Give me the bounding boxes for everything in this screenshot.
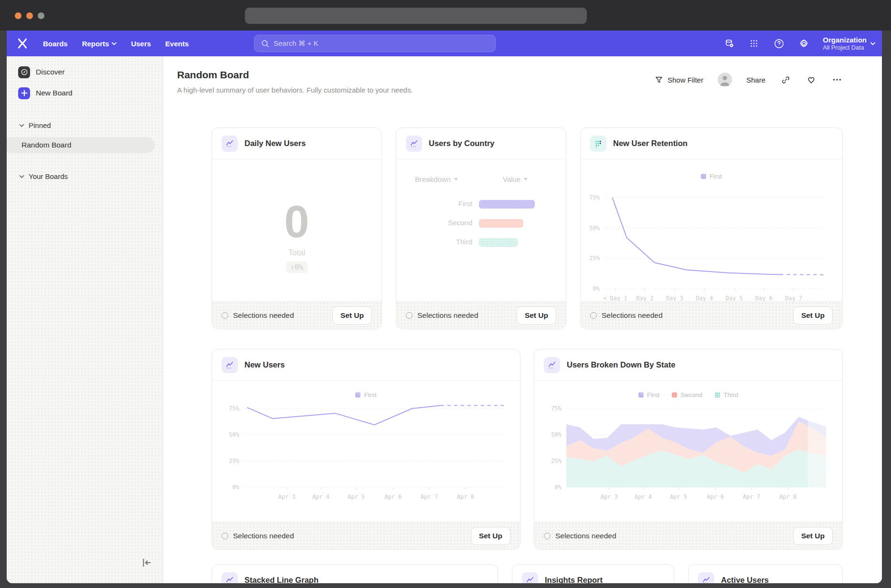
card-footer: Selections needed Set Up bbox=[212, 301, 382, 329]
top-nav: Boards Reports Users Events Search ⌘ + K bbox=[7, 31, 882, 56]
legend-swatch bbox=[715, 392, 720, 398]
svg-text:Apr 5: Apr 5 bbox=[348, 494, 365, 500]
svg-text:Apr 5: Apr 5 bbox=[670, 494, 687, 500]
global-search-input[interactable]: Search ⌘ + K bbox=[254, 35, 496, 52]
help-icon[interactable] bbox=[773, 38, 785, 49]
legend-label: First bbox=[710, 173, 722, 180]
bar-row: First bbox=[396, 200, 566, 209]
card-title: Users Broken Down By State bbox=[567, 360, 675, 369]
traffic-lights bbox=[15, 12, 44, 19]
status-text: Selections needed bbox=[233, 311, 294, 320]
nav-item-label: Events bbox=[165, 40, 189, 48]
card-footer: Selections needed Set Up bbox=[396, 301, 566, 329]
sidebar-section-pinned[interactable]: Pinned bbox=[7, 121, 163, 129]
avatar[interactable] bbox=[718, 73, 732, 87]
legend-swatch bbox=[672, 392, 677, 398]
nav-item-label: Reports bbox=[82, 40, 109, 48]
data-management-icon[interactable] bbox=[723, 38, 735, 49]
status-circle-icon bbox=[590, 312, 597, 319]
set-up-button[interactable]: Set Up bbox=[793, 527, 833, 545]
svg-text:0%: 0% bbox=[233, 484, 240, 491]
nav-item-events[interactable]: Events bbox=[165, 40, 189, 48]
mixpanel-logo-icon[interactable] bbox=[16, 37, 29, 50]
show-filter-button[interactable]: Show Filter bbox=[655, 75, 703, 84]
settings-gear-icon[interactable] bbox=[798, 38, 809, 49]
line-chart-icon bbox=[698, 572, 714, 584]
metric-change-badge: ↑0% bbox=[286, 262, 308, 273]
svg-text:75%: 75% bbox=[589, 194, 600, 201]
apps-grid-icon[interactable] bbox=[748, 38, 760, 49]
legend-item: Second bbox=[672, 391, 702, 399]
section-label: Pinned bbox=[29, 121, 51, 129]
nav-item-boards[interactable]: Boards bbox=[43, 40, 68, 48]
status-text: Selections needed bbox=[417, 311, 478, 320]
bar-row: Second bbox=[396, 219, 566, 228]
favorite-heart-icon[interactable] bbox=[806, 74, 817, 85]
chevron-down-icon bbox=[524, 178, 528, 180]
card-footer: Selections needed Set Up bbox=[534, 522, 842, 549]
org-switcher[interactable]: Organization All Project Data bbox=[823, 36, 875, 52]
close-window-button[interactable] bbox=[15, 12, 21, 19]
zoom-window-button[interactable] bbox=[38, 12, 44, 19]
sidebar-item-random-board[interactable]: Random Board bbox=[7, 137, 155, 153]
status-circle-icon bbox=[222, 533, 228, 539]
sidebar-collapse-button[interactable] bbox=[140, 556, 152, 569]
svg-text:Apr 4: Apr 4 bbox=[635, 494, 652, 500]
page-title: Random Board bbox=[177, 69, 249, 81]
sidebar: Discover New Board Pinned Random Board Y… bbox=[7, 56, 163, 583]
chevron-down-icon bbox=[19, 175, 24, 178]
bar-label: Second bbox=[448, 219, 472, 227]
line-chart-icon bbox=[522, 572, 538, 584]
copy-link-icon[interactable] bbox=[780, 74, 791, 85]
nav-item-users[interactable]: Users bbox=[131, 40, 151, 48]
sidebar-item-discover[interactable]: Discover bbox=[7, 65, 163, 79]
svg-text:75%: 75% bbox=[229, 405, 239, 412]
legend-item: First bbox=[701, 173, 722, 180]
svg-text:75%: 75% bbox=[551, 405, 562, 412]
svg-text:Apr 8: Apr 8 bbox=[779, 494, 796, 500]
legend-swatch bbox=[701, 174, 706, 179]
sidebar-section-your-boards[interactable]: Your Boards bbox=[7, 172, 163, 180]
address-bar[interactable] bbox=[245, 8, 587, 24]
legend-label: First bbox=[364, 391, 376, 399]
line-chart-icon bbox=[222, 357, 238, 373]
chevron-down-icon bbox=[112, 42, 117, 45]
svg-text:50%: 50% bbox=[589, 225, 600, 231]
chevron-down-icon bbox=[19, 124, 24, 127]
legend-label: First bbox=[647, 391, 659, 399]
browser-content: Boards Reports Users Events Search ⌘ + K bbox=[7, 31, 882, 583]
share-button[interactable]: Share bbox=[746, 76, 765, 84]
set-up-button[interactable]: Set Up bbox=[517, 306, 556, 325]
nav-item-reports[interactable]: Reports bbox=[82, 40, 117, 48]
card-new-users: New Users First 75%50%25%0%Apr 3Apr 4Apr… bbox=[212, 349, 520, 550]
set-up-button[interactable]: Set Up bbox=[332, 306, 372, 325]
more-options-icon[interactable] bbox=[831, 74, 843, 85]
sidebar-item-new-board[interactable]: New Board bbox=[7, 86, 163, 100]
svg-text:0%: 0% bbox=[555, 484, 562, 491]
nav-item-label: Users bbox=[131, 40, 151, 48]
card-footer: Selections needed Set Up bbox=[581, 301, 842, 329]
svg-text:Apr 3: Apr 3 bbox=[278, 494, 296, 500]
status-text: Selections needed bbox=[555, 532, 616, 540]
nav-item-label: Boards bbox=[43, 40, 68, 48]
value-dropdown[interactable]: Value bbox=[503, 175, 528, 183]
window-titlebar bbox=[0, 0, 891, 31]
svg-text:50%: 50% bbox=[229, 431, 239, 438]
org-name: Organization bbox=[823, 36, 867, 44]
line-chart-icon bbox=[406, 136, 422, 152]
set-up-button[interactable]: Set Up bbox=[471, 527, 510, 545]
svg-text:Day 5: Day 5 bbox=[725, 295, 742, 302]
compass-icon bbox=[18, 66, 30, 78]
bar-row: Third bbox=[396, 238, 566, 247]
svg-text:Apr 7: Apr 7 bbox=[421, 494, 438, 500]
status-text: Selections needed bbox=[233, 532, 294, 540]
breakdown-dropdown[interactable]: Breakdown bbox=[415, 175, 458, 183]
svg-text:0%: 0% bbox=[593, 285, 600, 292]
status-circle-icon bbox=[406, 312, 413, 319]
set-up-button[interactable]: Set Up bbox=[793, 306, 833, 325]
svg-text:25%: 25% bbox=[229, 458, 239, 464]
svg-text:< Day 1: < Day 1 bbox=[603, 295, 627, 302]
status-text: Selections needed bbox=[602, 311, 663, 320]
minimize-window-button[interactable] bbox=[26, 12, 33, 19]
legend-item: Third bbox=[715, 391, 738, 399]
